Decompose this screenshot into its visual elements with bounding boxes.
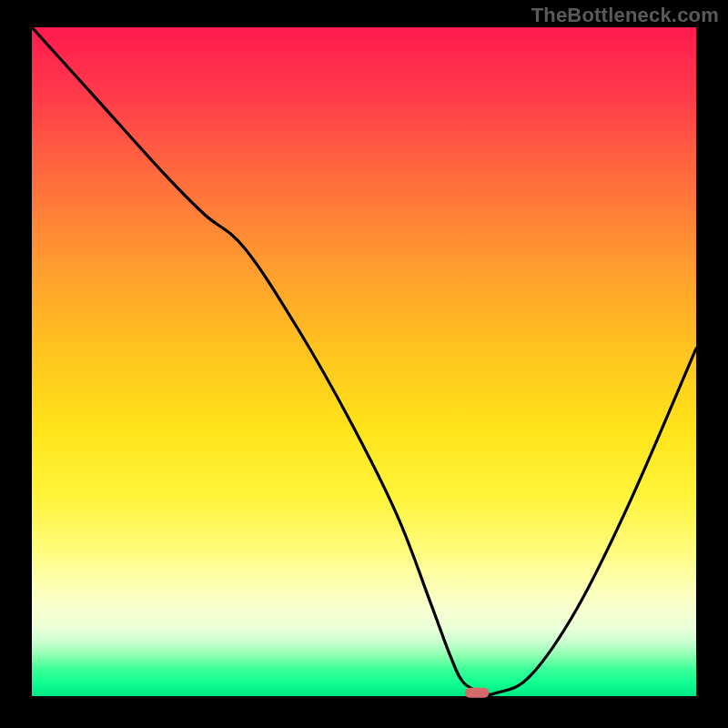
watermark-text: TheBottleneck.com: [531, 4, 719, 27]
bottleneck-curve-svg: [32, 27, 696, 696]
plot-area: [32, 27, 696, 696]
bottleneck-curve-line: [32, 27, 696, 694]
chart-frame: TheBottleneck.com: [0, 0, 728, 728]
minimum-marker: [465, 688, 489, 698]
